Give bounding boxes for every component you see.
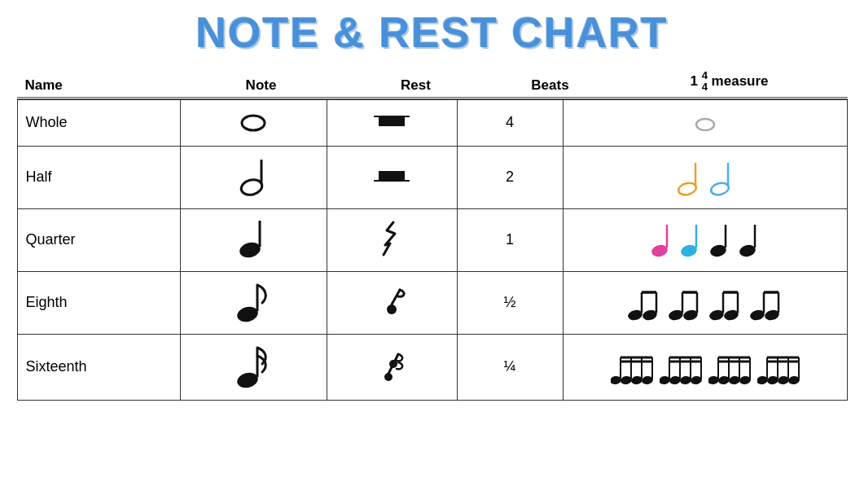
measure-quarter-notes — [572, 220, 839, 261]
rest-whole — [327, 99, 457, 146]
svg-point-14 — [238, 240, 262, 260]
header-note: Note — [180, 77, 343, 94]
measure-whole — [563, 99, 847, 146]
page-title: note & rest chart — [196, 8, 669, 57]
measure-half — [563, 146, 847, 208]
svg-point-48 — [235, 370, 260, 390]
svg-point-59 — [641, 375, 653, 384]
table-row: Eighth ½ — [17, 271, 847, 334]
svg-point-24 — [235, 305, 260, 324]
table-row: Whole 4 — [17, 99, 847, 146]
svg-point-6 — [239, 177, 264, 197]
table-header: Name Note Rest Beats 1 44 measure — [17, 67, 848, 99]
rest-half — [327, 146, 457, 208]
sixteenth-rest-svg — [375, 343, 408, 388]
svg-point-1 — [248, 119, 258, 127]
sixteenth-note-svg — [235, 341, 272, 390]
measure-half-notes — [572, 156, 839, 199]
svg-rect-3 — [379, 116, 405, 126]
measure-label: measure — [712, 73, 769, 89]
eighth-note-svg — [235, 278, 272, 324]
half-note-svg — [237, 153, 270, 199]
measure-sixteenth — [563, 334, 847, 400]
note-rest-table: Whole 4 — [17, 99, 848, 401]
measure-eighth-notes — [572, 283, 839, 323]
whole-note-svg — [234, 107, 273, 136]
table-row: Sixteenth ¼ — [17, 334, 847, 400]
measure-eighth — [563, 271, 847, 334]
measure-whole-notes — [572, 111, 839, 135]
note-sixteenth — [180, 334, 327, 400]
beats-sixteenth: ¼ — [457, 334, 563, 400]
svg-point-89 — [787, 375, 800, 384]
svg-point-69 — [690, 375, 702, 384]
svg-point-26 — [387, 305, 397, 314]
svg-rect-8 — [379, 171, 405, 181]
header-measure: 1 44 measure — [612, 70, 848, 94]
time-one: 1 — [690, 73, 697, 89]
beats-eighth: ½ — [457, 271, 563, 334]
svg-point-12 — [709, 181, 730, 196]
measure-quarter — [563, 208, 847, 271]
name-half: Half — [17, 146, 180, 208]
quarter-note-svg — [237, 216, 270, 261]
rest-eighth — [327, 271, 457, 334]
note-quarter — [180, 208, 327, 271]
beats-whole: 4 — [457, 99, 563, 146]
beats-quarter: 1 — [457, 208, 563, 271]
header-beats: Beats — [489, 77, 612, 94]
name-eighth: Eighth — [17, 271, 180, 334]
measure-sixteenth-notes — [572, 348, 839, 387]
quarter-rest-svg — [375, 216, 408, 261]
note-half — [180, 146, 327, 208]
eighth-rest-svg — [375, 280, 408, 322]
time-signature: 44 — [702, 70, 708, 94]
rest-sixteenth — [327, 334, 457, 400]
rest-quarter — [327, 208, 457, 271]
name-whole: Whole — [17, 99, 180, 146]
note-eighth — [180, 271, 327, 334]
whole-rest-svg — [367, 108, 416, 134]
half-rest-svg — [367, 163, 416, 189]
note-whole — [180, 99, 327, 146]
name-sixteenth: Sixteenth — [17, 334, 180, 400]
table-row: Half 2 — [17, 146, 847, 208]
table-row: Quarter 1 — [17, 208, 847, 271]
beats-half: 2 — [457, 146, 563, 208]
name-quarter: Quarter — [17, 208, 180, 271]
svg-point-10 — [677, 181, 697, 196]
header-name: Name — [17, 77, 180, 94]
svg-point-79 — [739, 375, 751, 384]
svg-point-5 — [701, 121, 709, 128]
header-rest: Rest — [343, 77, 489, 94]
